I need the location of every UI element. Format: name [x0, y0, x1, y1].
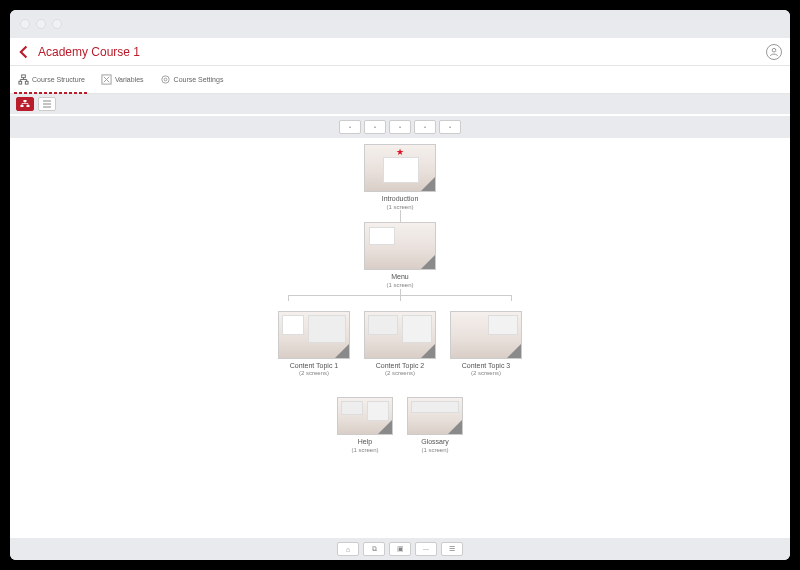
toolbar-button[interactable]: •	[439, 120, 461, 134]
node-count: (1 screen)	[386, 282, 413, 288]
main-tabs: Course Structure Variables Course Settin…	[10, 66, 790, 94]
node-title: Content Topic 1	[290, 362, 339, 369]
footer-more-button[interactable]: ···	[415, 542, 437, 556]
node-title: Glossary	[421, 438, 449, 445]
menu-icon: ☰	[449, 545, 455, 553]
footer-menu-button[interactable]: ☰	[441, 542, 463, 556]
view-tree-button[interactable]	[16, 97, 34, 111]
node-count: (2 screens)	[471, 370, 501, 376]
more-icon: ···	[423, 546, 429, 553]
app-window: Academy Course 1 Course Structure Variab…	[10, 10, 790, 560]
tree-icon	[18, 74, 29, 85]
outer-frame: Academy Course 1 Course Structure Variab…	[0, 0, 800, 570]
tab-variables[interactable]: Variables	[93, 66, 152, 93]
preview-icon: ▣	[397, 545, 404, 553]
svg-rect-2	[19, 81, 22, 84]
header-bar: Academy Course 1	[10, 38, 790, 66]
tab-label: Variables	[115, 76, 144, 83]
footer-preview-button[interactable]: ▣	[389, 542, 411, 556]
toolbar-button[interactable]: •	[389, 120, 411, 134]
copy-icon: ⧉	[372, 545, 377, 553]
course-title: Academy Course 1	[38, 45, 766, 59]
svg-point-0	[772, 48, 776, 52]
gear-icon	[160, 74, 171, 85]
node-help[interactable]: Help(1 screen)	[337, 397, 393, 453]
variable-icon	[101, 74, 112, 85]
node-introduction[interactable]: ★ Introduction(1 screen)	[364, 144, 436, 210]
connector-line	[400, 210, 401, 222]
svg-point-5	[161, 76, 168, 83]
svg-rect-9	[27, 105, 30, 107]
toolbar-button[interactable]: •	[339, 120, 361, 134]
svg-rect-7	[24, 100, 27, 102]
node-glossary[interactable]: Glossary(1 screen)	[407, 397, 463, 453]
structure-canvas[interactable]: ★ Introduction(1 screen) Menu(1 screen)	[10, 138, 790, 538]
window-control-dot[interactable]	[20, 19, 30, 29]
topics-row: Content Topic 1(2 screens) Content Topic…	[278, 311, 522, 377]
back-icon[interactable]	[18, 45, 32, 59]
tab-course-structure[interactable]: Course Structure	[10, 66, 93, 93]
tab-course-settings[interactable]: Course Settings	[152, 66, 232, 93]
extras-row: Help(1 screen) Glossary(1 screen)	[337, 397, 463, 453]
tab-label: Course Structure	[32, 76, 85, 83]
node-topic-3[interactable]: Content Topic 3(2 screens)	[450, 311, 522, 377]
footer-copy-button[interactable]: ⧉	[363, 542, 385, 556]
svg-rect-1	[22, 75, 26, 78]
node-menu[interactable]: Menu(1 screen)	[364, 222, 436, 288]
view-mode-bar	[10, 94, 790, 114]
toolbar-button[interactable]: •	[414, 120, 436, 134]
node-title: Menu	[391, 273, 409, 280]
svg-rect-3	[25, 81, 28, 84]
view-list-button[interactable]	[38, 97, 56, 111]
node-title: Content Topic 2	[376, 362, 425, 369]
svg-point-6	[164, 78, 167, 81]
user-avatar-icon[interactable]	[766, 44, 782, 60]
node-title: Help	[358, 438, 372, 445]
node-count: (2 screens)	[299, 370, 329, 376]
node-topic-1[interactable]: Content Topic 1(2 screens)	[278, 311, 350, 377]
window-titlebar	[10, 10, 790, 38]
node-count: (1 screen)	[386, 204, 413, 210]
node-count: (2 screens)	[385, 370, 415, 376]
toolbar-button[interactable]: •	[364, 120, 386, 134]
tab-label: Course Settings	[174, 76, 224, 83]
node-title: Introduction	[382, 195, 419, 202]
node-count: (1 screen)	[421, 447, 448, 453]
footer-home-button[interactable]: ⌂	[337, 542, 359, 556]
connector-branch	[270, 289, 530, 301]
action-toolbar: • • • • •	[10, 116, 790, 138]
svg-rect-8	[21, 105, 24, 107]
course-tree: ★ Introduction(1 screen) Menu(1 screen)	[270, 144, 530, 454]
node-topic-2[interactable]: Content Topic 2(2 screens)	[364, 311, 436, 377]
node-count: (1 screen)	[351, 447, 378, 453]
home-star-icon: ★	[396, 147, 404, 157]
footer-toolbar: ⌂ ⧉ ▣ ··· ☰	[10, 538, 790, 560]
node-title: Content Topic 3	[462, 362, 511, 369]
window-control-dot[interactable]	[36, 19, 46, 29]
window-control-dot[interactable]	[52, 19, 62, 29]
home-icon: ⌂	[346, 546, 350, 553]
